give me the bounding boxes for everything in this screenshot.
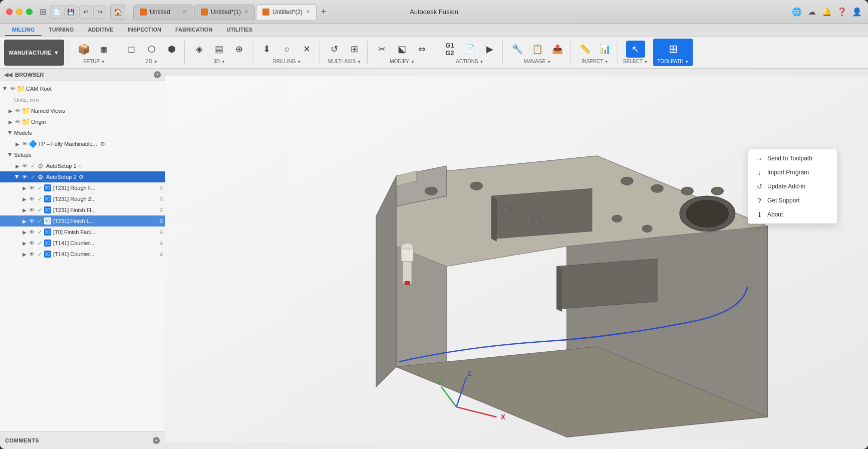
cut-button[interactable]: ✂: [373, 41, 392, 58]
tab-close-button[interactable]: ✕: [244, 9, 248, 15]
ribbon-tab-fabrication[interactable]: FABRICATION: [168, 24, 219, 36]
visibility-icon[interactable]: 👁: [28, 240, 35, 247]
visibility-icon[interactable]: 👁: [14, 118, 21, 125]
multi-button[interactable]: ⊞: [345, 41, 364, 58]
visibility-icon[interactable]: 👁: [28, 251, 35, 258]
new-setup-button[interactable]: 📦: [75, 41, 94, 58]
thread-button[interactable]: ✕: [298, 41, 317, 58]
minimize-button[interactable]: [16, 9, 23, 15]
ribbon-tab-utilities[interactable]: UTILITIES: [219, 24, 259, 36]
2d-adaptive-button[interactable]: ◻: [122, 41, 141, 58]
manufacture-button[interactable]: MANUFACTURE ▼: [4, 40, 64, 66]
tree-item-t141-counter1[interactable]: ▶ 👁 ✓ 3D [T141] Counter... ≡: [0, 238, 165, 249]
post-button[interactable]: 📄: [460, 41, 479, 58]
template-button[interactable]: 📋: [528, 41, 547, 58]
expand-arrow[interactable]: ▶: [14, 162, 21, 169]
visibility-icon[interactable]: 👁: [28, 229, 35, 236]
measure-button[interactable]: 📏: [575, 41, 595, 58]
dropdown-item-send-toolpath[interactable]: → Send to Toolpath: [748, 151, 837, 165]
trim-button[interactable]: ⬕: [393, 41, 412, 58]
cloud-icon[interactable]: ☁: [807, 7, 817, 17]
visibility-icon[interactable]: 👁: [14, 107, 21, 114]
tab-untitled-2[interactable]: Untitled*(2) ✕: [256, 5, 317, 20]
tab-close-button[interactable]: ✕: [182, 9, 187, 15]
new-tab-button[interactable]: +: [318, 6, 330, 18]
save-button[interactable]: 💾: [64, 6, 77, 19]
expand-arrow[interactable]: ▶: [21, 195, 28, 202]
tree-item-tp-machinable[interactable]: ▶ 👁 🔷 TP – Fully Machinable... ⚙: [0, 138, 165, 149]
tree-item-origin[interactable]: ▶ 👁 📁 Origin: [0, 116, 165, 127]
3d-more-button[interactable]: ⊕: [230, 41, 249, 58]
dropdown-item-import-program[interactable]: ↓ Import Program: [748, 165, 837, 179]
tree-item-t231-rough-2[interactable]: ▶ 👁 ✓ 3D [T231] Rough 2... ≡: [0, 193, 165, 204]
close-button[interactable]: [6, 9, 13, 15]
extend-button[interactable]: ⇔: [413, 41, 432, 58]
tree-item-t231-rough-f[interactable]: ▶ 👁 ✓ 3D [T231] Rough F... ≡: [0, 182, 165, 193]
visibility-icon[interactable]: 👁: [28, 217, 35, 224]
select-button[interactable]: ↖: [626, 41, 645, 58]
tree-item-t231-finish-fl[interactable]: ▶ 👁 ✓ 3D [T231] Finish Fl... ≡: [0, 204, 165, 215]
comments-options-button[interactable]: •: [153, 437, 160, 444]
post-lib-button[interactable]: 📤: [548, 41, 567, 58]
display-info-button[interactable]: 📊: [596, 41, 615, 58]
expand-arrow[interactable]: ▶: [21, 206, 28, 213]
tab-untitled[interactable]: Untitled ✕: [133, 5, 193, 20]
tree-item-autosetup2[interactable]: ▶ 👁 ✓ ⚙ AutoSetup 2 ⚙: [0, 171, 165, 182]
visibility-icon[interactable]: 👁: [28, 206, 35, 213]
3d-pocket-button[interactable]: ▤: [210, 41, 229, 58]
visibility-icon[interactable]: 👁: [21, 140, 28, 147]
expand-arrow[interactable]: ▶: [21, 217, 28, 224]
expand-arrow[interactable]: ▶: [21, 184, 28, 191]
simulate-button[interactable]: G1G2: [440, 41, 459, 58]
dropdown-item-update-addin[interactable]: ↺ Update Add-in: [748, 179, 837, 193]
file-menu-button[interactable]: 📄: [50, 6, 63, 19]
gear-icon[interactable]: ⚙: [99, 140, 106, 147]
expand-arrow[interactable]: ▶: [14, 140, 21, 147]
tree-item-setups[interactable]: ▶ Setups: [0, 149, 165, 160]
tree-item-models[interactable]: ▶ Models: [0, 127, 165, 138]
dropdown-item-about[interactable]: ℹ About: [748, 207, 837, 221]
tree-item-t0-finish[interactable]: ▶ 👁 ✓ 3D [T0] Finish Faci... ≡: [0, 227, 165, 238]
grid-icon[interactable]: ⊞: [40, 7, 46, 17]
expand-arrow[interactable]: ▶: [21, 251, 28, 258]
visibility-icon[interactable]: 👁: [21, 173, 28, 180]
dropdown-item-get-support[interactable]: ? Get Support: [748, 193, 837, 207]
tree-item-t231-finish-l[interactable]: ▶ 👁 ✓ 3D [T231] Finish L... ≡: [0, 215, 165, 227]
visibility-icon[interactable]: 👁: [28, 195, 35, 202]
expand-arrow[interactable]: ▶: [7, 151, 14, 158]
verify-button[interactable]: ▶: [480, 41, 499, 58]
tree-item-t141-counter2[interactable]: ▶ 👁 ✓ 3D [T141] Counter... ≡: [0, 249, 165, 260]
tree-item-autosetup1[interactable]: ▶ 👁 ✓ ⚙ AutoSetup 1 ○: [0, 160, 165, 171]
tree-item-named-views[interactable]: ▶ 👁 📁 Named Views: [0, 105, 165, 116]
2d-pocket-button[interactable]: ⬡: [142, 41, 161, 58]
stock-button[interactable]: ▦: [95, 41, 114, 58]
expand-arrow[interactable]: ▶: [21, 229, 28, 236]
toolpath-button[interactable]: ⊞: [664, 41, 683, 58]
visibility-icon[interactable]: 👁: [9, 85, 16, 92]
expand-arrow[interactable]: ▶: [7, 107, 14, 114]
bore-button[interactable]: ○: [277, 41, 297, 58]
online-status-icon[interactable]: 🌐: [792, 7, 802, 17]
visibility-icon[interactable]: 👁: [28, 184, 35, 191]
tree-item-cam-root[interactable]: ▶ 👁 📁 CAM Root: [0, 83, 165, 94]
collapse-icon[interactable]: ◀◀: [4, 72, 12, 78]
3d-adaptive-button[interactable]: ◈: [190, 41, 209, 58]
expand-arrow[interactable]: ▶: [2, 85, 9, 92]
ribbon-tab-milling[interactable]: MILLING: [5, 24, 42, 36]
undo-button[interactable]: ↩: [79, 6, 92, 19]
expand-arrow[interactable]: ▶: [21, 240, 28, 247]
account-icon[interactable]: 👤: [852, 7, 862, 17]
browser-options-button[interactable]: •: [154, 71, 161, 78]
2d-contour-button[interactable]: ⬢: [162, 41, 181, 58]
drill-button[interactable]: ⬇: [257, 41, 276, 58]
viewport[interactable]: X Y Z → Send to Toolpath: [165, 69, 868, 449]
expand-arrow[interactable]: ▶: [14, 173, 21, 180]
visibility-icon[interactable]: 👁: [21, 162, 28, 169]
ribbon-tab-turning[interactable]: TURNING: [42, 24, 81, 36]
expand-arrow[interactable]: ▶: [7, 118, 14, 125]
redo-button[interactable]: ↪: [93, 6, 106, 19]
expand-arrow[interactable]: ▶: [7, 129, 14, 136]
canvas-area[interactable]: X Y Z → Send to Toolpath: [165, 69, 868, 449]
tool-library-button[interactable]: 🔧: [508, 41, 527, 58]
maximize-button[interactable]: [26, 9, 33, 15]
